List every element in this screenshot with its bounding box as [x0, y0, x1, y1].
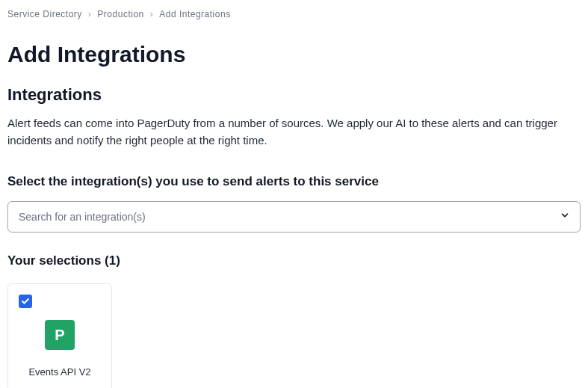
integration-label: Events API V2 — [28, 366, 90, 378]
integration-search-wrap — [7, 201, 581, 233]
breadcrumb: Service Directory › Production › Add Int… — [7, 9, 581, 19]
your-selections-heading: Your selections (1) — [7, 253, 581, 268]
integration-search-input[interactable] — [7, 201, 581, 233]
chevron-right-icon: › — [88, 9, 92, 19]
chevron-right-icon: › — [150, 9, 154, 19]
integration-logo: P — [45, 320, 75, 350]
check-icon — [21, 297, 30, 306]
select-integration-heading: Select the integration(s) you use to sen… — [7, 174, 581, 189]
integration-logo-letter: P — [55, 327, 64, 344]
section-title: Integrations — [7, 85, 581, 105]
breadcrumb-item-current: Add Integrations — [159, 9, 230, 19]
integration-card[interactable]: P Events API V2 — [7, 283, 112, 388]
breadcrumb-item-service-directory[interactable]: Service Directory — [7, 9, 82, 19]
integration-checkbox[interactable] — [19, 295, 32, 308]
page-title: Add Integrations — [7, 42, 581, 67]
section-description: Alert feeds can come into PagerDuty from… — [7, 115, 560, 149]
breadcrumb-item-production[interactable]: Production — [97, 9, 143, 19]
